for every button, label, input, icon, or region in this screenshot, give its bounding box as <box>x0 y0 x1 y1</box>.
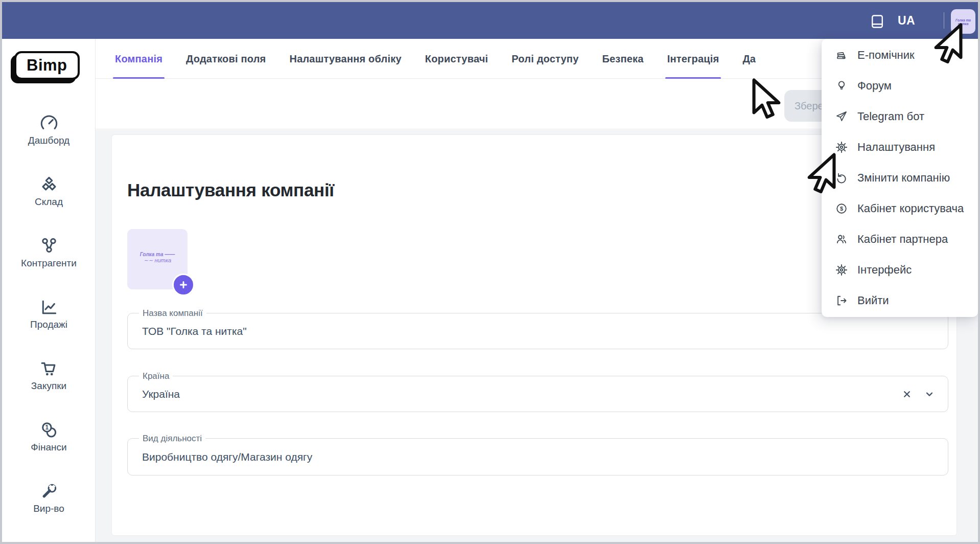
menu-item-change-company[interactable]: Змінити компанію <box>822 163 978 193</box>
menu-item-interface[interactable]: Інтерфейс <box>822 255 978 285</box>
sidebar-item-label: Продажі <box>2 319 96 330</box>
user-menu: Е-помічник Форум Telegram бот Налаштуван… <box>822 39 978 317</box>
menu-item-label: Е-помічник <box>857 49 915 62</box>
company-avatar-logo: Голка та нитка <box>951 9 975 26</box>
gauge-icon <box>39 114 59 133</box>
menu-item-partner-cabinet[interactable]: Кабінет партнера <box>822 224 978 255</box>
dollar-icon: $ <box>835 202 848 215</box>
menu-item-label: Telegram бот <box>857 110 924 123</box>
coins-icon: 1 <box>39 420 59 440</box>
tab-company[interactable]: Компанія <box>115 39 162 79</box>
menu-item-telegram-bot[interactable]: Telegram бот <box>822 101 978 132</box>
menu-item-label: Форум <box>857 79 892 93</box>
page-title: Налаштування компанії <box>127 180 334 200</box>
lightbulb-icon <box>835 79 848 93</box>
sidebar-item-dashboard[interactable]: Дашборд <box>2 114 96 146</box>
clear-icon[interactable] <box>902 389 912 399</box>
top-bar: UA Голка та нитка <box>2 2 978 39</box>
sidebar-item-production[interactable]: Вир-во <box>2 482 96 514</box>
sidebar-item-label: Склад <box>2 196 96 208</box>
gear-icon <box>835 141 848 154</box>
sidebar-item-label: Вир-во <box>2 503 96 514</box>
tab-users[interactable]: Користувачі <box>425 39 488 79</box>
sidebar: Bimp Дашборд Склад Контрагенти Продажі З… <box>2 39 96 542</box>
books-icon <box>835 49 848 62</box>
company-logo-text: Голка та —— <box>127 252 188 257</box>
plus-icon <box>179 280 188 289</box>
menu-item-forum[interactable]: Форум <box>822 71 978 101</box>
cart-icon <box>39 359 59 378</box>
activity-type-field[interactable]: Вид діяльності <box>127 438 948 475</box>
topbar-divider <box>944 12 944 29</box>
country-input[interactable] <box>128 376 948 412</box>
svg-text:$: $ <box>840 206 843 212</box>
sidebar-item-label: Контрагенти <box>2 258 96 269</box>
sidebar-item-counterparties[interactable]: Контрагенти <box>2 236 96 269</box>
sidebar-item-label: Закупки <box>2 380 96 392</box>
menu-item-label: Налаштування <box>857 141 935 154</box>
menu-item-label: Змінити компанію <box>857 171 950 185</box>
tab-data[interactable]: Да <box>742 39 756 79</box>
wrench-icon <box>39 482 59 501</box>
menu-item-user-cabinet[interactable]: $ Кабінет користувача <box>822 193 978 224</box>
tab-integration[interactable]: Інтеграція <box>667 39 719 79</box>
tab-accounting-settings[interactable]: Налаштування обліку <box>289 39 401 79</box>
restore-icon <box>835 171 848 185</box>
menu-item-label: Кабінет користувача <box>857 202 964 215</box>
sidebar-item-warehouse[interactable]: Склад <box>2 175 96 208</box>
menu-item-label: Вийти <box>857 294 889 307</box>
sidebar-item-purchases[interactable]: Закупки <box>2 359 96 392</box>
sidebar-item-sales[interactable]: Продажі <box>2 298 96 330</box>
menu-item-label: Інтерфейс <box>857 263 912 277</box>
company-name-input[interactable] <box>128 313 948 349</box>
company-name-field[interactable]: Назва компанії <box>127 313 948 349</box>
country-field[interactable]: Країна <box>127 376 948 412</box>
activity-type-input[interactable] <box>128 439 948 475</box>
menu-item-logout[interactable]: Вийти <box>822 285 978 316</box>
svg-text:1: 1 <box>45 424 49 431</box>
paper-plane-icon <box>835 110 848 123</box>
app-logo[interactable]: Bimp <box>14 51 80 80</box>
upload-logo-button[interactable] <box>172 274 195 296</box>
menu-item-settings[interactable]: Налаштування <box>822 132 978 163</box>
company-logo-text: ∼∼ нитка <box>127 257 188 264</box>
sidebar-item-label: Дашборд <box>2 135 96 146</box>
users-icon <box>835 233 848 246</box>
sidebar-item-label: Фінанси <box>2 442 96 453</box>
network-icon <box>39 236 59 256</box>
company-avatar[interactable]: Голка та нитка <box>951 9 975 34</box>
tab-security[interactable]: Безпека <box>602 39 643 79</box>
tab-access-roles[interactable]: Ролі доступу <box>511 39 578 79</box>
language-switcher[interactable]: UA <box>898 2 915 39</box>
sidebar-item-finance[interactable]: 1 Фінанси <box>2 420 96 453</box>
cubes-icon <box>39 175 59 194</box>
tab-extra-fields[interactable]: Додаткові поля <box>186 39 266 79</box>
chevron-down-icon[interactable] <box>924 389 935 399</box>
logout-icon <box>835 294 848 307</box>
menu-item-e-helper[interactable]: Е-помічник <box>822 40 978 71</box>
chart-icon <box>39 298 59 317</box>
menu-item-label: Кабінет партнера <box>857 233 948 246</box>
gear-icon <box>835 263 848 277</box>
book-icon[interactable] <box>870 14 885 29</box>
